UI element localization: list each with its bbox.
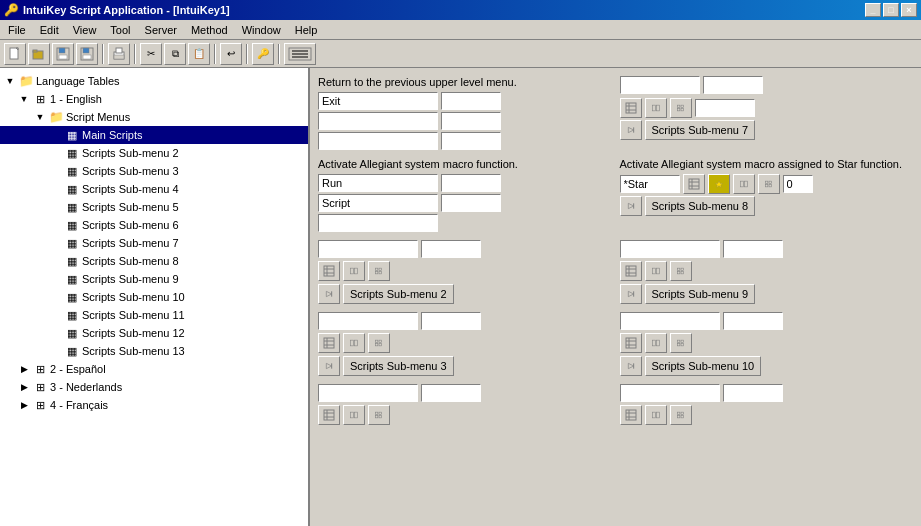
- scripts-submenu8-btn[interactable]: Scripts Sub-menu 8: [645, 196, 756, 216]
- save-button[interactable]: [52, 43, 74, 65]
- field-empty2[interactable]: [318, 112, 438, 130]
- tr-field1[interactable]: [620, 76, 700, 94]
- tree-lang2[interactable]: ▶ ⊞ 2 - Español: [0, 360, 308, 378]
- star-field[interactable]: [620, 175, 680, 193]
- menu-server[interactable]: Server: [139, 22, 183, 38]
- r3l-field2[interactable]: [421, 312, 481, 330]
- field-empty3[interactable]: [441, 112, 501, 130]
- list-item[interactable]: ▶ ▦ Scripts Sub-menu 9: [0, 270, 308, 288]
- list-item[interactable]: ▶ ▦ Scripts Sub-menu 10: [0, 288, 308, 306]
- icon-btn-1[interactable]: [620, 98, 642, 118]
- r4r-icon2[interactable]: [645, 405, 667, 425]
- r4r-icon3[interactable]: [670, 405, 692, 425]
- r3r-field2[interactable]: [723, 312, 783, 330]
- r2r-field2[interactable]: [723, 240, 783, 258]
- ml-field4[interactable]: [318, 214, 438, 232]
- icon-btn-3[interactable]: [670, 98, 692, 118]
- tr-icon-field[interactable]: [695, 99, 755, 117]
- save-all-button[interactable]: [76, 43, 98, 65]
- tree-panel[interactable]: ▼ 📁 Language Tables ▼ ⊞ 1 - English ▼ 📁 …: [0, 68, 310, 526]
- r3l-icon2[interactable]: [343, 333, 365, 353]
- run-field[interactable]: [318, 174, 438, 192]
- r2r-icon3[interactable]: [670, 261, 692, 281]
- list-item[interactable]: ▶ ▦ Scripts Sub-menu 8: [0, 252, 308, 270]
- r3l-icon1[interactable]: [318, 333, 340, 353]
- r4l-icon1[interactable]: [318, 405, 340, 425]
- tree-lang3[interactable]: ▶ ⊞ 3 - Nederlands: [0, 378, 308, 396]
- r3r-field1[interactable]: [620, 312, 720, 330]
- list-item[interactable]: ▶ ▦ Scripts Sub-menu 7: [0, 234, 308, 252]
- r2l-icon1[interactable]: [318, 261, 340, 281]
- r3r-icon1[interactable]: [620, 333, 642, 353]
- mr-icon-btn1[interactable]: [683, 174, 705, 194]
- list-item[interactable]: ▶ ▦ Scripts Sub-menu 6: [0, 216, 308, 234]
- icon-btn-2[interactable]: [645, 98, 667, 118]
- menu-tool[interactable]: Tool: [104, 22, 136, 38]
- ml-field3[interactable]: [441, 194, 501, 212]
- mr-icon-btn3[interactable]: [733, 174, 755, 194]
- list-item[interactable]: ▶ ▦ Scripts Sub-menu 5: [0, 198, 308, 216]
- tr-field2[interactable]: [703, 76, 763, 94]
- list-item[interactable]: ▶ ▦ Scripts Sub-menu 2: [0, 144, 308, 162]
- field-empty1[interactable]: [441, 92, 501, 110]
- maximize-button[interactable]: □: [883, 3, 899, 17]
- arrow-right-btn-r2r[interactable]: [620, 284, 642, 304]
- list-item[interactable]: ▶ ▦ Scripts Sub-menu 11: [0, 306, 308, 324]
- star-value-input[interactable]: [783, 175, 813, 193]
- title-controls[interactable]: _ □ ×: [865, 3, 917, 17]
- list-item[interactable]: ▶ ▦ Scripts Sub-menu 13: [0, 342, 308, 360]
- scripts-submenu3-btn[interactable]: Scripts Sub-menu 3: [343, 356, 454, 376]
- r3l-field1[interactable]: [318, 312, 418, 330]
- new-button[interactable]: [4, 43, 26, 65]
- menu-help[interactable]: Help: [289, 22, 324, 38]
- r2l-icon3[interactable]: [368, 261, 390, 281]
- r4l-icon3[interactable]: [368, 405, 390, 425]
- undo-button[interactable]: ↩: [220, 43, 242, 65]
- print-button[interactable]: [108, 43, 130, 65]
- r2r-field1[interactable]: [620, 240, 720, 258]
- minimize-button[interactable]: _: [865, 3, 881, 17]
- menu-window[interactable]: Window: [236, 22, 287, 38]
- r2l-field2[interactable]: [421, 240, 481, 258]
- field-empty4[interactable]: [318, 132, 438, 150]
- arrow-right-btn-r3l[interactable]: [318, 356, 340, 376]
- list-item[interactable]: ▶ ▦ Scripts Sub-menu 12: [0, 324, 308, 342]
- scripts-submenu2-btn[interactable]: Scripts Sub-menu 2: [343, 284, 454, 304]
- key-button[interactable]: 🔑: [252, 43, 274, 65]
- r2r-icon1[interactable]: [620, 261, 642, 281]
- menu-view[interactable]: View: [67, 22, 103, 38]
- scripts-submenu9-btn[interactable]: Scripts Sub-menu 9: [645, 284, 756, 304]
- paste-button[interactable]: 📋: [188, 43, 210, 65]
- menu-file[interactable]: File: [2, 22, 32, 38]
- r3r-icon3[interactable]: [670, 333, 692, 353]
- scripts-submenu7-btn[interactable]: Scripts Sub-menu 7: [645, 120, 756, 140]
- r2r-icon2[interactable]: [645, 261, 667, 281]
- arrow-right-btn-r2l[interactable]: [318, 284, 340, 304]
- r3r-icon2[interactable]: [645, 333, 667, 353]
- r4r-field1[interactable]: [620, 384, 720, 402]
- list-item[interactable]: ▶ ▦ Scripts Sub-menu 3: [0, 162, 308, 180]
- ml-field2[interactable]: [441, 174, 501, 192]
- r2l-field1[interactable]: [318, 240, 418, 258]
- list-item[interactable]: ▶ ▦ Scripts Sub-menu 4: [0, 180, 308, 198]
- r4l-field1[interactable]: [318, 384, 418, 402]
- tree-lang1[interactable]: ▼ ⊞ 1 - English: [0, 90, 308, 108]
- tree-root[interactable]: ▼ 📁 Language Tables: [0, 72, 308, 90]
- tree-scriptmenus[interactable]: ▼ 📁 Script Menus: [0, 108, 308, 126]
- extra-button[interactable]: [284, 43, 316, 65]
- r4r-icon1[interactable]: [620, 405, 642, 425]
- menu-method[interactable]: Method: [185, 22, 234, 38]
- menu-edit[interactable]: Edit: [34, 22, 65, 38]
- tree-lang4[interactable]: ▶ ⊞ 4 - Français: [0, 396, 308, 414]
- r2l-icon2[interactable]: [343, 261, 365, 281]
- arrow-right-btn-r3r[interactable]: [620, 356, 642, 376]
- mr-icon-btn2[interactable]: [708, 174, 730, 194]
- scripts-submenu10-btn[interactable]: Scripts Sub-menu 10: [645, 356, 762, 376]
- tree-main-scripts[interactable]: ▶ ▦ Main Scripts: [0, 126, 308, 144]
- cut-button[interactable]: ✂: [140, 43, 162, 65]
- field-empty5[interactable]: [441, 132, 501, 150]
- mr-icon-btn4[interactable]: [758, 174, 780, 194]
- r3l-icon3[interactable]: [368, 333, 390, 353]
- r4r-field2[interactable]: [723, 384, 783, 402]
- arrow-right-btn-top[interactable]: [620, 120, 642, 140]
